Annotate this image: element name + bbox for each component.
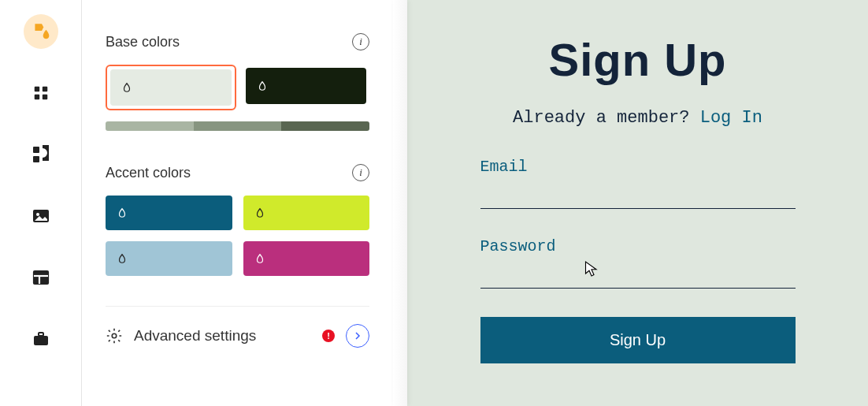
rail-table-icon[interactable] bbox=[24, 260, 58, 295]
chevron-right-icon[interactable] bbox=[346, 324, 369, 348]
accent-swatch-4[interactable] bbox=[243, 241, 370, 276]
alert-icon bbox=[322, 330, 335, 342]
svg-rect-11 bbox=[34, 336, 48, 345]
drop-icon bbox=[121, 82, 132, 93]
svg-point-13 bbox=[112, 333, 117, 338]
shade-bar[interactable] bbox=[106, 121, 369, 131]
base-swatch-row bbox=[106, 65, 369, 110]
shade-3[interactable] bbox=[281, 121, 369, 131]
shade-1[interactable] bbox=[106, 121, 194, 131]
password-label: Password bbox=[480, 237, 796, 255]
drop-icon bbox=[117, 253, 128, 264]
preview-edge bbox=[393, 0, 407, 406]
accent-colors-header: Accent colors i bbox=[106, 164, 369, 181]
rail-puzzle-icon[interactable] bbox=[24, 137, 58, 172]
drop-icon bbox=[254, 253, 265, 264]
svg-rect-3 bbox=[42, 95, 46, 99]
info-icon[interactable]: i bbox=[352, 33, 369, 50]
base-colors-label: Base colors bbox=[106, 34, 180, 50]
drop-icon bbox=[117, 207, 128, 218]
color-panel: Base colors i Accent colors i bbox=[82, 0, 393, 406]
email-field-group: Email bbox=[480, 158, 796, 209]
base-swatch-1[interactable] bbox=[110, 69, 232, 106]
already-text: Already a member? bbox=[513, 108, 700, 128]
drop-icon bbox=[257, 80, 268, 91]
gear-icon bbox=[106, 327, 123, 345]
svg-rect-5 bbox=[33, 156, 39, 162]
shade-2[interactable] bbox=[194, 121, 282, 131]
svg-rect-4 bbox=[33, 147, 39, 153]
signup-button[interactable]: Sign Up bbox=[480, 317, 796, 363]
base-colors-header: Base colors i bbox=[106, 33, 369, 50]
svg-rect-12 bbox=[39, 333, 43, 336]
rail-grid-icon[interactable] bbox=[24, 76, 58, 110]
svg-rect-2 bbox=[34, 95, 39, 99]
info-icon[interactable]: i bbox=[352, 164, 369, 181]
icon-rail bbox=[0, 0, 82, 406]
accent-section: Accent colors i bbox=[106, 164, 369, 276]
accent-swatch-2[interactable] bbox=[243, 196, 370, 230]
rail-colors-icon[interactable] bbox=[24, 14, 58, 49]
preview-canvas: Sign Up Already a member? Log In Email P… bbox=[407, 0, 868, 406]
rail-briefcase-icon[interactable] bbox=[24, 322, 58, 356]
email-label: Email bbox=[480, 158, 796, 176]
signup-title: Sign Up bbox=[447, 33, 829, 86]
advanced-settings-row[interactable]: Advanced settings bbox=[106, 324, 369, 348]
password-field-group: Password bbox=[480, 237, 796, 289]
base-swatch-2-wrap bbox=[243, 65, 370, 110]
svg-point-7 bbox=[36, 213, 39, 216]
base-swatch-2[interactable] bbox=[246, 68, 367, 104]
signup-form: Sign Up Already a member? Log In Email P… bbox=[407, 0, 868, 363]
accent-swatch-1[interactable] bbox=[106, 196, 232, 230]
already-member-text: Already a member? Log In bbox=[447, 108, 829, 128]
drop-icon bbox=[254, 207, 265, 218]
accent-swatch-3[interactable] bbox=[106, 241, 232, 276]
svg-rect-0 bbox=[34, 87, 39, 91]
svg-rect-8 bbox=[34, 271, 48, 284]
rail-image-icon[interactable] bbox=[24, 199, 58, 233]
svg-rect-1 bbox=[42, 87, 46, 91]
password-input[interactable] bbox=[480, 259, 796, 289]
accent-colors-label: Accent colors bbox=[106, 165, 191, 181]
email-input[interactable] bbox=[480, 179, 796, 209]
base-swatch-1-wrap bbox=[106, 65, 236, 110]
advanced-label: Advanced settings bbox=[134, 327, 311, 345]
divider bbox=[106, 306, 369, 307]
login-link[interactable]: Log In bbox=[700, 108, 762, 128]
